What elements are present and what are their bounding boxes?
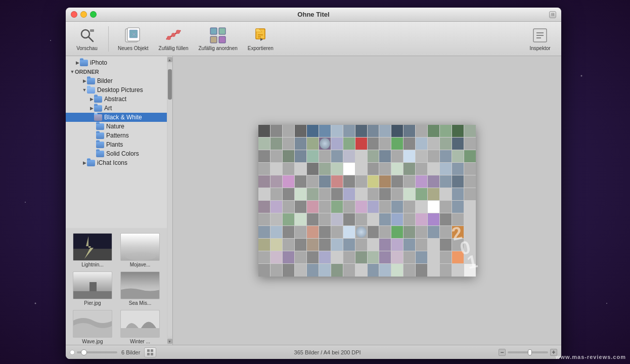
exportieren-button[interactable]: Exportieren: [245, 25, 277, 53]
collage-cell: [355, 138, 367, 150]
collage-cell: [391, 226, 403, 238]
collage-cell: [368, 201, 379, 213]
minimize-button[interactable]: [80, 11, 87, 18]
collage-cell: [319, 201, 331, 213]
nature-folder-icon: [96, 123, 104, 130]
collage-cell: [307, 175, 319, 188]
zoom-thumb[interactable]: [528, 349, 532, 355]
svg-point-9: [167, 36, 171, 40]
thumbnail-img-sea-mist: [120, 271, 160, 299]
collage-cell: [391, 239, 403, 251]
collage-cell: [403, 213, 415, 225]
sidebar-item-abstract[interactable]: ▶ Abstract: [66, 95, 167, 104]
canvas-area: 2 0 1: [173, 56, 561, 345]
collage-cell: [416, 213, 427, 225]
thumbnail-mojave[interactable]: Mojave...: [118, 233, 162, 267]
collage-cell: [355, 251, 367, 263]
thumbnail-lightning[interactable]: Lightnin...: [71, 233, 114, 267]
collage-cell: [379, 264, 391, 276]
thumbnail-wave[interactable]: Wave.jpg: [71, 310, 114, 344]
collage-cell: [440, 150, 452, 162]
scroll-thumb[interactable]: [168, 69, 172, 100]
sidebar-item-solid-colors[interactable]: Solid Colors: [66, 149, 167, 158]
ordner-label: ORDNER: [75, 69, 99, 75]
collage-cell: [283, 264, 294, 276]
collage-cell: [271, 239, 282, 251]
sidebar-item-iphoto[interactable]: ▶ iPhoto: [66, 58, 167, 67]
main-window: Ohne Titel ⊟ Vorschau: [66, 8, 561, 359]
collage-cell: [428, 175, 439, 188]
grid-view-button[interactable]: [144, 347, 156, 357]
sidebar-item-patterns[interactable]: Patterns: [66, 131, 167, 140]
ordner-triangle: ▼: [70, 69, 75, 74]
collage-cell: [428, 163, 439, 175]
collage-cell: [368, 188, 379, 200]
sidebar-scroll[interactable]: ▶ iPhoto ▼ ORDNER ▶: [66, 56, 167, 228]
collage-cell: [271, 226, 282, 238]
collage-grid: [258, 125, 476, 277]
collage-cell: [295, 125, 306, 137]
toolbar-sep-1: [108, 26, 109, 52]
slider-track[interactable]: [77, 351, 117, 353]
thumbnail-pier[interactable]: Pier.jpg: [71, 271, 114, 306]
collage-cell: [319, 138, 331, 150]
collage-cell: [428, 213, 439, 225]
collage-cell: [258, 125, 270, 137]
collage-cell: [379, 163, 391, 175]
collage-cell: [295, 163, 306, 175]
collage-cell: [295, 201, 306, 213]
collage-cell: [464, 239, 476, 251]
collage-cell: [355, 163, 367, 175]
collage-cell: [368, 239, 379, 251]
thumb-size-slider[interactable]: [70, 350, 117, 355]
neues-objekt-button[interactable]: Neues Objekt: [115, 25, 152, 53]
zufaellig-anordnen-button[interactable]: Zufällig anordnen: [196, 25, 241, 53]
sidebar-item-art[interactable]: ▶ Art: [66, 104, 167, 113]
sidebar-item-desktop-pictures[interactable]: ▼ Desktop Pictures: [66, 85, 167, 95]
thumbnail-sea-mist[interactable]: Sea Mis...: [118, 271, 162, 306]
sidebar-item-ichat[interactable]: ▶ iChat Icons: [66, 158, 167, 167]
collage-cell: [295, 150, 306, 162]
sidebar-section-ordner[interactable]: ▼ ORDNER: [66, 67, 167, 76]
collage-cell: [331, 188, 343, 200]
collage-cell: [271, 251, 282, 263]
collage-cell: [307, 188, 319, 200]
close-button[interactable]: [71, 11, 77, 18]
zoom-out-button[interactable]: −: [499, 349, 506, 356]
scroll-up-icon[interactable]: ▲: [167, 57, 172, 62]
maximize-button[interactable]: [90, 11, 97, 18]
collapse-button[interactable]: ⊟: [549, 11, 556, 18]
collage-cell: [464, 163, 476, 175]
sidebar-scrollbar[interactable]: ▲ ▼: [167, 56, 173, 345]
exportieren-icon: [252, 27, 269, 44]
collage-cell: [343, 188, 355, 200]
sidebar-item-bilder[interactable]: ▶ Bilder: [66, 76, 167, 85]
collage-cell: [283, 150, 294, 162]
collage-cell: [283, 213, 294, 225]
collage-cell: [379, 201, 391, 213]
collage-cell: [379, 125, 391, 137]
sidebar-item-plants[interactable]: Plants: [66, 140, 167, 149]
vorschau-button[interactable]: Vorschau: [72, 25, 102, 53]
desktop-triangle: ▼: [82, 87, 87, 93]
collage-cell: [440, 163, 452, 175]
inspektor-button[interactable]: Inspektor: [525, 25, 555, 53]
plants-folder-icon: [96, 142, 104, 148]
scroll-down-icon[interactable]: ▼: [167, 339, 172, 344]
sidebar-label-patterns: Patterns: [106, 132, 129, 139]
collage-cell: [391, 251, 403, 263]
sidebar-item-nature[interactable]: Nature: [66, 122, 167, 131]
zufaellig-fuellen-icon: [165, 27, 182, 44]
slider-thumb[interactable]: [81, 349, 87, 355]
thumbnail-winter[interactable]: Winter ...: [118, 310, 162, 344]
collage-cell: [319, 213, 331, 225]
collage-cell: [403, 251, 415, 263]
zufaellig-fuellen-button[interactable]: Zufällig füllen: [156, 25, 192, 53]
zoom-track[interactable]: [508, 351, 548, 353]
inspektor-icon: [531, 27, 549, 44]
sidebar-item-black-white[interactable]: Black & White: [66, 113, 167, 122]
svg-point-11: [176, 30, 180, 34]
inspektor-label: Inspektor: [529, 46, 550, 51]
collage-cell: [416, 201, 427, 213]
bilder-folder-icon: [87, 78, 95, 84]
